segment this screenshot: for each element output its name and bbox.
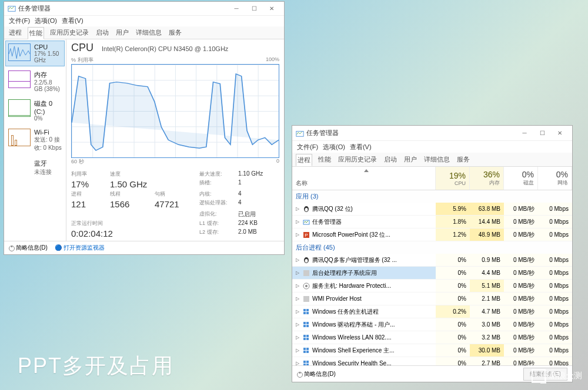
network-value: 0 Mbps bbox=[538, 318, 572, 331]
disk-value: 0 MB/秒 bbox=[504, 254, 538, 266]
menu-view[interactable]: 查看(V) bbox=[349, 143, 373, 152]
memory-value: 30.0 MB bbox=[470, 344, 504, 357]
process-icon bbox=[303, 334, 310, 341]
cpu-value: 0% bbox=[436, 254, 470, 266]
cpu-value: 1.8% bbox=[436, 216, 470, 228]
process-row[interactable]: ▷Windows Shell Experience 主...0%30.0 MB0… bbox=[292, 344, 572, 357]
maximize-button[interactable]: ☐ bbox=[245, 2, 263, 15]
process-row[interactable]: ▷Windows Wireless LAN 802....0%3.2 MB0 M… bbox=[292, 331, 572, 344]
menu-options[interactable]: 选项(O) bbox=[34, 16, 58, 25]
tab-startup[interactable]: 启动 bbox=[383, 154, 398, 165]
expand-arrow-icon[interactable]: ▷ bbox=[295, 283, 300, 288]
expand-arrow-icon[interactable]: ▷ bbox=[295, 322, 300, 327]
titlebar[interactable]: 任务管理器 ─ ☐ ✕ bbox=[292, 126, 572, 141]
memory-value: 3.0 MB bbox=[470, 318, 504, 331]
svg-rect-23 bbox=[303, 338, 306, 340]
memory-value: 4.7 MB bbox=[470, 305, 504, 318]
process-row[interactable]: ▷Windows 驱动程序基础 - 用户...0%3.0 MB0 MB/秒0 M… bbox=[292, 318, 572, 331]
tab-services[interactable]: 服务 bbox=[456, 154, 471, 165]
side-bluetooth[interactable]: 蓝牙未连接 bbox=[5, 156, 65, 179]
tab-startup[interactable]: 启动 bbox=[95, 27, 110, 38]
expand-arrow-icon[interactable]: ▷ bbox=[295, 206, 300, 211]
watermark-icon bbox=[532, 369, 546, 383]
process-name: Windows 任务的主机进程 bbox=[312, 308, 379, 316]
tab-performance[interactable]: 性能 bbox=[317, 154, 332, 165]
expand-arrow-icon[interactable]: ▷ bbox=[295, 309, 300, 314]
cpu-value: 5.9% bbox=[436, 203, 470, 215]
process-row[interactable]: ▷Windows 任务的主机进程0.2%4.7 MB0 MB/秒0 Mbps bbox=[292, 305, 572, 318]
process-icon bbox=[303, 360, 310, 366]
cpu-model: Intel(R) Celeron(R) CPU N3450 @ 1.10GHz bbox=[102, 45, 228, 52]
col-cpu[interactable]: 19%CPU bbox=[436, 167, 470, 190]
minimize-button[interactable]: ─ bbox=[516, 127, 533, 140]
tab-services[interactable]: 服务 bbox=[168, 27, 183, 38]
menu-view[interactable]: 查看(V) bbox=[61, 16, 85, 25]
process-name: WMI Provider Host bbox=[312, 295, 362, 302]
col-disk[interactable]: 0%磁盘 bbox=[504, 167, 538, 190]
process-name: Windows Security Health Se... bbox=[312, 360, 392, 365]
svg-rect-20 bbox=[306, 325, 309, 327]
svg-point-8 bbox=[305, 259, 308, 263]
process-icon bbox=[303, 218, 310, 226]
menu-file[interactable]: 文件(F) bbox=[8, 16, 31, 25]
expand-arrow-icon[interactable]: ▷ bbox=[295, 361, 300, 365]
process-name: 后台处理程序子系统应用 bbox=[312, 269, 377, 277]
maximize-button[interactable]: ☐ bbox=[533, 127, 551, 140]
side-cpu[interactable]: CPU17% 1.50 GHz bbox=[5, 41, 65, 66]
tab-details[interactable]: 详细信息 bbox=[423, 154, 451, 165]
process-row[interactable]: ▷服务主机: Hardware Protecti...0%5.1 MB0 MB/… bbox=[292, 280, 572, 292]
expand-arrow-icon[interactable]: ▷ bbox=[295, 335, 300, 340]
svg-rect-15 bbox=[303, 312, 306, 314]
col-name[interactable]: 名称 bbox=[292, 167, 436, 190]
close-button[interactable]: ✕ bbox=[551, 127, 569, 140]
titlebar[interactable]: 任务管理器 ─ ☐ ✕ bbox=[4, 2, 284, 16]
tab-performance[interactable]: 性能 bbox=[28, 27, 44, 39]
tab-users[interactable]: 用户 bbox=[403, 154, 418, 165]
col-memory[interactable]: 36%内存 bbox=[470, 167, 504, 190]
side-disk[interactable]: 磁盘 0 (C:)0% bbox=[5, 96, 65, 125]
memory-value: 3.2 MB bbox=[470, 331, 504, 344]
disk-value: 0 MB/秒 bbox=[504, 267, 538, 279]
process-row[interactable]: ▷腾讯QQ (32 位)5.9%63.8 MB0 MB/秒0 Mbps bbox=[292, 203, 572, 216]
tab-users[interactable]: 用户 bbox=[115, 27, 130, 38]
col-network[interactable]: 0%网络 bbox=[538, 167, 572, 190]
tab-details[interactable]: 详细信息 bbox=[135, 27, 163, 38]
network-value: 0 Mbps bbox=[538, 280, 572, 292]
tab-processes[interactable]: 进程 bbox=[8, 27, 23, 38]
expand-arrow-icon[interactable]: ▷ bbox=[295, 296, 300, 301]
process-row[interactable]: ▷PMicrosoft PowerPoint (32 位...1.2%48.9 … bbox=[292, 228, 572, 241]
fewer-details-button[interactable]: ˄简略信息(D) bbox=[297, 370, 336, 378]
svg-point-3 bbox=[305, 208, 308, 211]
tab-apphistory[interactable]: 应用历史记录 bbox=[337, 154, 378, 165]
tab-apphistory[interactable]: 应用历史记录 bbox=[49, 27, 90, 38]
process-icon bbox=[303, 270, 310, 277]
expand-arrow-icon[interactable]: ▷ bbox=[295, 219, 300, 224]
process-row[interactable]: ▷Windows Security Health Se...0%2.7 MB0 … bbox=[292, 357, 572, 365]
cpu-value: 0% bbox=[436, 357, 470, 365]
close-button[interactable]: ✕ bbox=[263, 2, 280, 15]
process-row[interactable]: ▷后台处理程序子系统应用0%4.4 MB0 MB/秒0 Mbps bbox=[292, 267, 572, 280]
perf-footer: ˄简略信息(D) 🔵 打开资源监视器 bbox=[4, 241, 284, 255]
svg-text:P: P bbox=[305, 233, 308, 238]
menu-file[interactable]: 文件(F) bbox=[296, 143, 319, 152]
window-title: 任务管理器 bbox=[306, 129, 516, 137]
disk-value: 0 MB/秒 bbox=[504, 280, 538, 292]
side-memory[interactable]: 内存2.2/5.8 GB (38%) bbox=[5, 68, 65, 95]
expand-arrow-icon[interactable]: ▷ bbox=[295, 232, 300, 237]
expand-arrow-icon[interactable]: ▷ bbox=[295, 348, 300, 353]
tab-processes[interactable]: 进程 bbox=[296, 154, 312, 166]
menu-options[interactable]: 选项(O) bbox=[322, 143, 346, 152]
process-row[interactable]: ▷任务管理器1.8%14.4 MB0 MB/秒0 Mbps bbox=[292, 216, 572, 228]
side-wifi[interactable]: Wi-Fi发送: 0 接收: 0 Kbps bbox=[5, 126, 65, 155]
disk-value: 0 MB/秒 bbox=[504, 318, 538, 331]
process-row[interactable]: ▷腾讯QQ多客户端管理服务 (32 ...0%0.9 MB0 MB/秒0 Mbp… bbox=[292, 254, 572, 267]
process-list[interactable]: 应用 (3)▷腾讯QQ (32 位)5.9%63.8 MB0 MB/秒0 Mbp… bbox=[292, 190, 572, 365]
open-resource-monitor-link[interactable]: 🔵 打开资源监视器 bbox=[55, 244, 105, 252]
minimize-button[interactable]: ─ bbox=[228, 2, 245, 15]
expand-arrow-icon[interactable]: ▷ bbox=[295, 257, 300, 263]
process-icon bbox=[303, 283, 310, 290]
fewer-details-button[interactable]: ˄简略信息(D) bbox=[9, 244, 48, 252]
expand-arrow-icon[interactable]: ▷ bbox=[295, 270, 300, 275]
process-row[interactable]: ▷WMI Provider Host0%2.1 MB0 MB/秒0 Mbps bbox=[292, 292, 572, 305]
process-table-header: 名称 19%CPU 36%内存 0%磁盘 0%网络 bbox=[292, 167, 572, 190]
